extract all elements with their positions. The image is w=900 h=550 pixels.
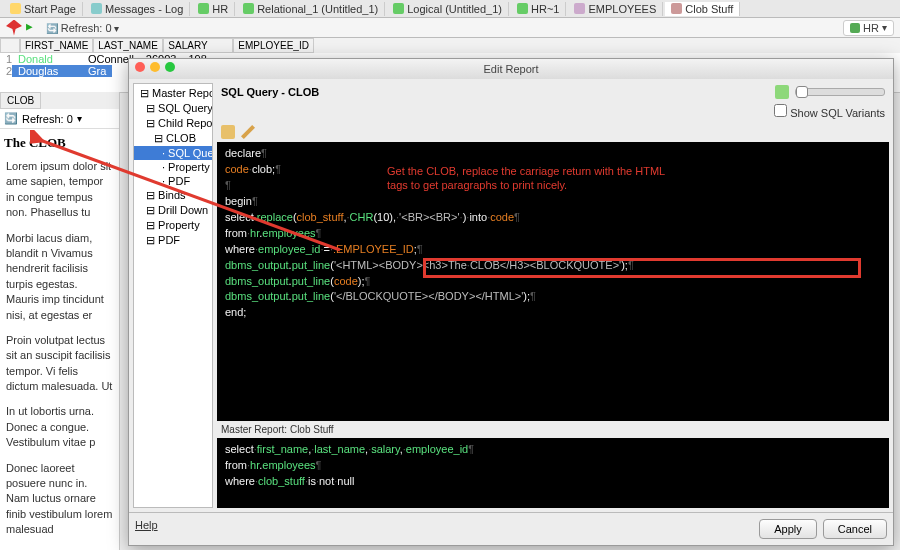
master-report-label: Master Report: Clob Stuff [217, 421, 889, 438]
dialog-titlebar[interactable]: Edit Report [129, 59, 893, 79]
tab-logical[interactable]: Logical (Untitled_1) [387, 2, 509, 16]
show-variants-checkbox[interactable]: Show SQL Variants [774, 104, 885, 119]
zoom-icon[interactable] [165, 62, 175, 72]
execute-icon[interactable] [775, 85, 789, 99]
tree-node[interactable]: · Property [134, 160, 212, 174]
tab-employees[interactable]: EMPLOYEES [568, 2, 663, 16]
edit-report-dialog: Edit Report ⊟ Master Report⊟ SQL Query⊟ … [128, 58, 894, 546]
pane-title: SQL Query - CLOB [221, 86, 319, 98]
help-link[interactable]: Help [135, 519, 158, 539]
report-tree[interactable]: ⊟ Master Report⊟ SQL Query⊟ Child Report… [133, 83, 213, 508]
tab-clob-stuff[interactable]: Clob Stuff [665, 2, 740, 16]
folder-icon[interactable] [221, 125, 235, 139]
pin-icon[interactable] [6, 20, 22, 36]
db-icon [850, 23, 860, 33]
tab-relational[interactable]: Relational_1 (Untitled_1) [237, 2, 385, 16]
clob-content: Lorem ipsum dolor sit ame sapien, tempor… [0, 155, 119, 550]
tree-node[interactable]: ⊟ SQL Query [134, 101, 212, 116]
refresh-label[interactable]: 🔄 Refresh: 0 ▾ [46, 22, 119, 34]
tree-node[interactable]: ⊟ Property [134, 218, 212, 233]
minimize-icon[interactable] [150, 62, 160, 72]
col-first-name[interactable]: FIRST_NAME [20, 38, 93, 53]
sql-editor-master[interactable]: select·first_name,·last_name,·salary,·em… [217, 438, 889, 508]
edit-icon[interactable] [241, 125, 255, 139]
tree-node[interactable]: · SQL Query [134, 146, 212, 160]
tree-node[interactable]: ⊟ CLOB [134, 131, 212, 146]
tree-node[interactable]: ⊟ Master Report [134, 86, 212, 101]
dialog-title: Edit Report [483, 63, 538, 75]
tree-node[interactable]: ⊟ PDF [134, 233, 212, 248]
side-tab-clob[interactable]: CLOB [0, 92, 41, 109]
cancel-button[interactable]: Cancel [823, 519, 887, 539]
tab-hr1[interactable]: HR~1 [511, 2, 566, 16]
tree-node[interactable]: ⊟ Drill Down [134, 203, 212, 218]
apply-button[interactable]: Apply [759, 519, 817, 539]
refresh-icon[interactable]: 🔄 [4, 112, 18, 125]
worksheet-toolbar: ▶ 🔄 Refresh: 0 ▾ HR ▾ [0, 18, 900, 38]
col-employee-id[interactable]: EMPLOYEE_ID [233, 38, 314, 53]
tab-messages[interactable]: Messages - Log [85, 2, 190, 16]
zoom-slider[interactable] [795, 88, 885, 96]
tree-node[interactable]: · PDF [134, 174, 212, 188]
detail-panel: CLOB 🔄Refresh: 0 ▾ The CLOB Lorem ipsum … [0, 92, 120, 550]
tree-node[interactable]: ⊟ Binds [134, 188, 212, 203]
document-tabs: Start Page Messages - Log HR Relational_… [0, 0, 900, 18]
annotation-text: Get the CLOB, replace the carriage retur… [387, 164, 665, 193]
tab-hr[interactable]: HR [192, 2, 235, 16]
panel-title: The CLOB [0, 129, 119, 155]
side-refresh-label: Refresh: 0 [22, 113, 73, 125]
col-last-name[interactable]: LAST_NAME [93, 38, 163, 53]
connection-badge[interactable]: HR ▾ [843, 20, 894, 36]
run-icon[interactable]: ▶ [26, 20, 42, 36]
tab-start-page[interactable]: Start Page [4, 2, 83, 16]
tree-node[interactable]: ⊟ Child Reports [134, 116, 212, 131]
close-icon[interactable] [135, 62, 145, 72]
sql-editor-main[interactable]: Get the CLOB, replace the carriage retur… [217, 142, 889, 421]
col-salary[interactable]: SALARY [163, 38, 233, 53]
